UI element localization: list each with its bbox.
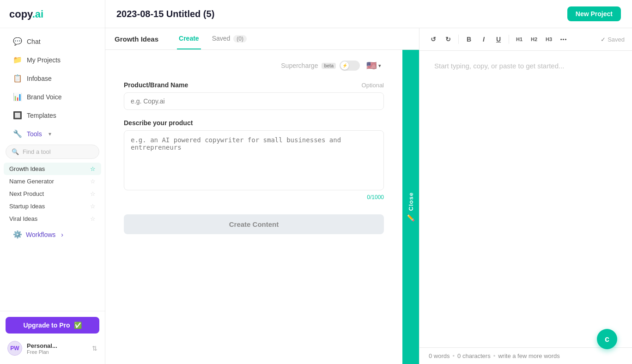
user-name: Personal... [27,342,87,349]
sidebar-item-chat[interactable]: 💬 Chat [4,32,101,50]
new-project-button[interactable]: New Project [567,6,621,21]
footer-dot-1: • [453,352,455,359]
sidebar-item-label: Brand Voice [27,93,62,101]
footer-dot-2: • [493,352,496,359]
h3-button[interactable]: H3 [542,33,555,46]
floating-btn-label: c [605,334,609,344]
tools-icon: 🔧 [13,129,22,138]
close-panel-button[interactable]: Close ✏️ [402,50,419,364]
create-content-button[interactable]: Create Content [124,214,384,234]
tool-list: Growth Ideas ☆ Name Generator ☆ Next Pro… [0,163,105,225]
avatar: PW [7,341,22,356]
sidebar-item-brand-voice[interactable]: 📊 Brand Voice [4,88,101,106]
redo-button[interactable]: ↻ [442,33,455,46]
saved-label: Saved [608,36,625,43]
tool-label: Viral Ideas [9,215,37,222]
project-title: 2023-08-15 Untitled (5) [116,9,214,19]
left-panel: Growth Ideas Create Saved (0) Supercharg… [105,28,419,364]
close-btn-text: Close [407,192,414,211]
sidebar: copy.ai 💬 Chat 📁 My Projects 📋 Infobase … [0,0,105,364]
tool-search-box[interactable]: 🔍 Find a tool [6,145,99,159]
italic-button[interactable]: I [477,33,490,46]
underline-button[interactable]: U [492,33,505,46]
tool-label: Startup Ideas [9,203,45,210]
upgrade-btn-label: Upgrade to Pro [23,322,70,329]
editor-area[interactable]: Start typing, copy, or paste to get star… [419,51,632,347]
undo-button[interactable]: ↺ [427,33,440,46]
star-icon[interactable]: ☆ [90,215,96,222]
bold-button[interactable]: B [462,33,475,46]
panel-tabs: Growth Ideas Create Saved (0) [105,28,419,50]
workflows-label: Workflows [26,231,55,238]
flag-chevron-icon: ▾ [378,63,381,69]
tool-item-startup-ideas[interactable]: Startup Ideas ☆ [4,200,101,212]
word-count: 0 words [429,352,450,359]
floating-action-button[interactable]: c [597,329,617,349]
saved-count-badge: (0) [233,35,247,42]
supercharge-badge: beta [322,63,336,69]
tab-saved[interactable]: Saved (0) [210,28,249,49]
tool-item-growth-ideas[interactable]: Growth Ideas ☆ [4,163,101,175]
tool-item-next-product[interactable]: Next Product ☆ [4,188,101,200]
search-placeholder: Find a tool [23,148,51,155]
star-icon[interactable]: ☆ [90,165,96,172]
editor-placeholder: Start typing, copy, or paste to get star… [434,62,565,70]
star-icon[interactable]: ☆ [90,178,96,185]
brand-voice-icon: 📊 [13,92,22,101]
star-icon[interactable]: ☆ [90,203,96,210]
sidebar-item-tools[interactable]: 🔧 Tools ▾ [4,125,101,143]
language-flag-dropdown[interactable]: 🇺🇸 ▾ [364,59,384,72]
logo-copy: copy [9,8,32,20]
editor-toolbar: ↺ ↻ B I U H1 H2 H3 ••• ✓ Saved [419,28,632,51]
supercharge-label: Supercharge [281,62,318,69]
saved-check-icon: ✓ [601,36,606,43]
sidebar-item-my-projects[interactable]: 📁 My Projects [4,51,101,69]
toolbar-separator [458,35,459,44]
main-body: Growth Ideas Create Saved (0) Supercharg… [105,28,632,364]
describe-product-textarea[interactable] [124,130,384,190]
product-brand-input[interactable] [124,92,384,110]
footer-hint: write a few more words [498,352,560,359]
search-icon: 🔍 [12,148,19,155]
flag-icon: 🇺🇸 [366,61,377,71]
main-content: 2023-08-15 Untitled (5) New Project Grow… [105,0,632,364]
upgrade-icon: ✅ [74,322,82,329]
tab-create[interactable]: Create [177,28,201,49]
panel-title: Growth Ideas [115,29,158,49]
h2-button[interactable]: H2 [528,33,541,46]
tool-label: Next Product [9,190,44,197]
describe-product-label: Describe your product [124,119,193,127]
user-chevron-icon: ⇅ [92,345,97,352]
sidebar-item-label: Infobase [27,75,52,82]
sidebar-item-label: My Projects [27,56,61,64]
tool-label: Name Generator [9,178,54,185]
main-header: 2023-08-15 Untitled (5) New Project [105,0,632,28]
product-brand-optional: Optional [362,82,384,89]
tools-label: Tools [27,130,42,138]
sidebar-item-workflows[interactable]: ⚙️ Workflows › [4,225,101,243]
sidebar-bottom: Upgrade to Pro ✅ PW Personal... Free Pla… [0,311,105,364]
editor-footer: 0 words • 0 characters • write a few mor… [419,347,632,364]
tool-item-name-generator[interactable]: Name Generator ☆ [4,175,101,188]
more-options-button[interactable]: ••• [557,33,570,46]
supercharge-toggle[interactable]: ⚡ [340,61,360,71]
upgrade-to-pro-button[interactable]: Upgrade to Pro ✅ [6,317,99,334]
user-profile-row[interactable]: PW Personal... Free Plan ⇅ [6,338,99,358]
user-plan: Free Plan [27,349,87,355]
tool-item-viral-ideas[interactable]: Viral Ideas ☆ [4,212,101,225]
templates-icon: 🔲 [13,111,22,120]
toolbar-separator [509,35,509,44]
logo-ai: ai [35,8,43,20]
lightning-icon: ⚡ [342,63,347,68]
h1-button[interactable]: H1 [513,33,526,46]
star-icon[interactable]: ☆ [90,190,96,197]
workflows-chevron-icon: › [61,231,63,238]
sidebar-item-infobase[interactable]: 📋 Infobase [4,69,101,87]
logo: copy.ai [0,0,105,28]
infobase-icon: 📋 [13,74,22,83]
sidebar-item-templates[interactable]: 🔲 Templates [4,106,101,124]
toggle-knob: ⚡ [340,61,349,70]
supercharge-bar: Supercharge beta ⚡ 🇺🇸 ▾ [124,59,384,72]
form-area: Supercharge beta ⚡ 🇺🇸 ▾ [105,50,402,364]
character-count: 0 characters [457,352,491,359]
